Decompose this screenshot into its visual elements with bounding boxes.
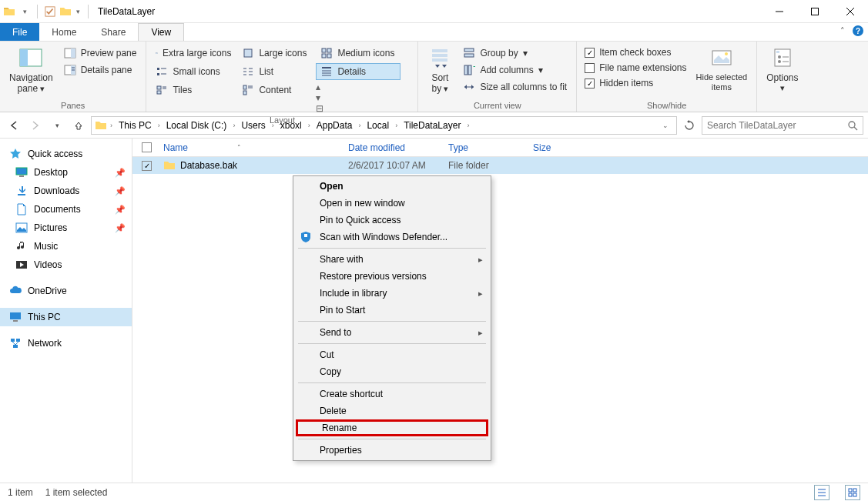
forward-button[interactable]	[26, 116, 45, 135]
check-item-checkboxes[interactable]: ✓Item check boxes	[581, 45, 689, 60]
tab-home[interactable]: Home	[39, 23, 89, 41]
sidebar-item-downloads[interactable]: Downloads📌	[0, 182, 132, 200]
sidebar-item-pictures[interactable]: Pictures📌	[0, 219, 132, 237]
layout-scroll-down-icon[interactable]: ▾	[316, 92, 328, 103]
layout-details[interactable]: Details	[316, 63, 400, 80]
chevron-right-icon[interactable]: ›	[307, 122, 312, 129]
sidebar-item-desktop[interactable]: Desktop📌	[0, 163, 132, 182]
layout-small[interactable]: Small icons	[151, 63, 236, 80]
search-icon[interactable]	[847, 120, 858, 131]
breadcrumb-seg[interactable]: xboxl	[276, 117, 307, 134]
qat-dropdown-icon[interactable]: ▾	[18, 5, 31, 18]
tab-file[interactable]: File	[0, 23, 39, 41]
context-open-new-window[interactable]: Open in new window	[293, 195, 491, 212]
chevron-right-icon[interactable]: ›	[231, 122, 236, 129]
properties-check-icon[interactable]	[44, 5, 56, 18]
size-columns-button[interactable]: Size all columns to fit	[458, 78, 571, 95]
context-pin-start[interactable]: Pin to Start	[293, 302, 491, 319]
details-pane-button[interactable]: Details pane	[59, 62, 142, 78]
breadcrumb-seg[interactable]: Local Disk (C:)	[162, 117, 232, 134]
select-all-checkbox[interactable]	[142, 142, 152, 152]
context-share-with[interactable]: Share with▸	[293, 251, 491, 268]
sidebar-network[interactable]: Network	[0, 334, 132, 352]
column-date[interactable]: Date modified	[342, 142, 442, 153]
recent-locations-button[interactable]: ▾	[48, 116, 66, 135]
qat-chevron-icon[interactable]: ▾	[75, 8, 82, 15]
collapse-ribbon-icon[interactable]: ˄	[840, 26, 845, 36]
column-type[interactable]: Type	[442, 142, 527, 153]
context-properties[interactable]: Properties	[293, 442, 491, 459]
pin-icon: 📌	[115, 168, 126, 178]
breadcrumb-seg[interactable]: TileDataLayer	[399, 117, 465, 134]
close-button[interactable]	[833, 0, 868, 23]
chevron-right-icon[interactable]: ›	[357, 122, 362, 129]
view-details-button[interactable]	[814, 485, 829, 500]
context-restore-versions[interactable]: Restore previous versions	[293, 268, 491, 285]
chevron-right-icon[interactable]: ›	[465, 122, 471, 129]
refresh-button[interactable]	[680, 116, 699, 135]
address-dropdown-icon[interactable]: ⌄	[658, 122, 673, 129]
hide-selected-button[interactable]: Hide selected items	[692, 45, 752, 94]
layout-expand-icon[interactable]: ⊟	[316, 103, 328, 114]
maximize-button[interactable]	[797, 0, 833, 23]
svg-rect-66	[11, 339, 15, 342]
breadcrumb[interactable]: › This PC› Local Disk (C:)› Users› xboxl…	[91, 116, 677, 135]
sidebar-this-pc[interactable]: This PC	[0, 308, 132, 326]
sidebar-item-music[interactable]: Music	[0, 237, 132, 256]
check-file-extensions[interactable]: File name extensions	[581, 60, 689, 75]
context-delete[interactable]: Delete	[293, 402, 491, 419]
options-button[interactable]: Options▾	[762, 45, 803, 95]
column-size[interactable]: Size	[527, 142, 588, 153]
sidebar-quick-access[interactable]: Quick access	[0, 145, 132, 163]
svg-rect-6	[20, 49, 28, 66]
column-name[interactable]: Name˄	[157, 142, 342, 153]
chevron-right-icon[interactable]: ›	[109, 122, 114, 129]
context-create-shortcut[interactable]: Create shortcut	[293, 386, 491, 402]
back-button[interactable]	[5, 116, 23, 135]
breadcrumb-seg[interactable]: This PC	[114, 117, 156, 134]
context-send-to[interactable]: Send to▸	[293, 324, 491, 341]
layout-extra-large[interactable]: Extra large icons	[151, 45, 236, 62]
help-icon[interactable]: ?	[853, 25, 863, 36]
ribbon-group-current-view: Sort by ▾ Group by ▾ +Add columns ▾ Size…	[418, 42, 577, 112]
row-checkbox[interactable]	[142, 161, 152, 171]
context-open[interactable]: Open	[293, 178, 491, 195]
minimize-button[interactable]	[762, 0, 797, 23]
context-pin-quick-access[interactable]: Pin to Quick access	[293, 212, 491, 229]
context-include-library[interactable]: Include in library▸	[293, 285, 491, 302]
sort-by-button[interactable]: Sort by ▾	[423, 45, 457, 96]
breadcrumb-seg[interactable]: Local	[362, 117, 394, 134]
context-cut[interactable]: Cut	[293, 346, 491, 363]
layout-tiles[interactable]: Tiles	[151, 82, 236, 99]
up-button[interactable]	[69, 116, 88, 135]
check-hidden-items[interactable]: ✓Hidden items	[581, 75, 689, 91]
sidebar-item-videos[interactable]: Videos	[0, 256, 132, 274]
layout-scroll-up-icon[interactable]: ▴	[316, 82, 328, 92]
tab-share[interactable]: Share	[89, 23, 138, 41]
breadcrumb-seg[interactable]: Users	[236, 117, 270, 134]
layout-medium[interactable]: Medium icons	[316, 45, 400, 62]
context-copy[interactable]: Copy	[293, 363, 491, 380]
view-large-icons-button[interactable]	[845, 485, 860, 500]
chevron-right-icon[interactable]: ›	[270, 122, 276, 129]
layout-large[interactable]: Large icons	[237, 45, 314, 62]
sidebar-item-documents[interactable]: Documents📌	[0, 200, 132, 219]
layout-list[interactable]: List	[237, 63, 314, 80]
sidebar-onedrive[interactable]: OneDrive	[0, 282, 132, 300]
svg-rect-64	[10, 312, 21, 319]
chevron-right-icon[interactable]: ›	[394, 122, 399, 129]
chevron-right-icon[interactable]: ›	[156, 122, 162, 129]
preview-pane-button[interactable]: Preview pane	[59, 45, 142, 62]
search-input[interactable]	[707, 120, 847, 131]
search-box[interactable]	[702, 116, 863, 135]
breadcrumb-seg[interactable]: AppData	[312, 117, 357, 134]
group-by-button[interactable]: Group by ▾	[458, 45, 571, 62]
add-columns-button[interactable]: +Add columns ▾	[458, 62, 571, 78]
table-row[interactable]: Database.bak 2/6/2017 10:07 AM File fold…	[132, 157, 868, 174]
tab-view[interactable]: View	[138, 23, 184, 41]
context-rename[interactable]: Rename	[296, 419, 488, 436]
layout-content[interactable]: Content	[237, 82, 314, 99]
navigation-pane-button[interactable]: Navigation pane ▾	[5, 45, 58, 96]
context-scan-defender[interactable]: Scan with Windows Defender...	[293, 229, 491, 245]
ribbon: Navigation pane ▾ Preview pane Details p…	[0, 42, 868, 112]
